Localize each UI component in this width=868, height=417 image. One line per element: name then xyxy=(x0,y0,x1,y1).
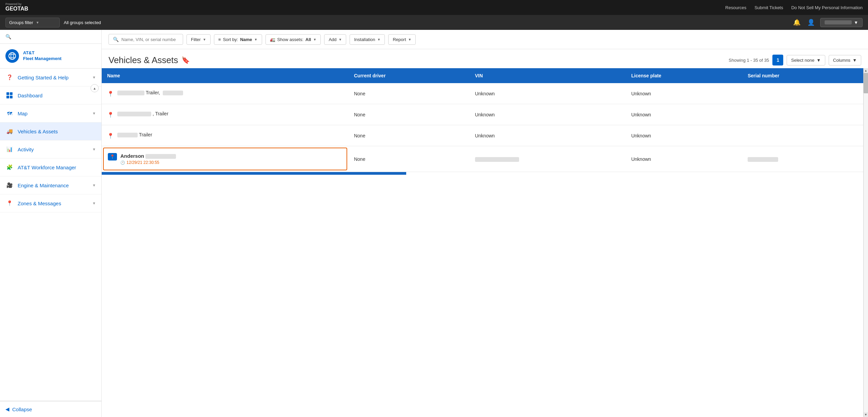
sidebar-item-label: Dashboard xyxy=(18,93,42,98)
user-profile-button[interactable]: 👤 xyxy=(806,17,816,27)
page-number-button[interactable]: 1 xyxy=(772,55,783,65)
scroll-thumb[interactable] xyxy=(864,73,868,93)
table-row[interactable]: 📍 Trailer None Unknown Unknown xyxy=(102,125,863,146)
table-row[interactable]: 📍 , Trailer None Unknown Unknown xyxy=(102,104,863,125)
sidebar-scroll-up[interactable]: ▲ xyxy=(91,84,99,92)
table-row[interactable]: 📍 Trailer, None Unknown xyxy=(102,83,863,104)
add-chevron: ▼ xyxy=(339,38,342,41)
notifications-button[interactable]: 🔔 xyxy=(792,17,802,27)
anderson-timestamp: 12/29/21 22:30:55 xyxy=(126,160,159,165)
sidebar-item-att-workforce[interactable]: 🧩 AT&T Workforce Manager xyxy=(0,158,101,176)
user-account-button[interactable]: ▼ xyxy=(820,18,863,27)
serial-cell xyxy=(742,83,863,104)
col-license: License plate xyxy=(626,68,742,83)
svg-rect-5 xyxy=(6,92,9,95)
workforce-icon: 🧩 xyxy=(5,163,14,171)
engine-icon: 🎥 xyxy=(5,181,14,189)
timestamp-icon: 🕐 xyxy=(120,160,125,165)
search-input[interactable] xyxy=(121,37,176,42)
driver-cell: None xyxy=(349,125,470,146)
submit-tickets-link[interactable]: Submit Tickets xyxy=(754,5,783,10)
svg-text:GEOTAB: GEOTAB xyxy=(5,6,28,12)
groups-filter-bar: Groups filter ▼ All groups selected 🔔 👤 … xyxy=(0,15,868,30)
chevron-down-icon: ▼ xyxy=(92,111,96,115)
search-box[interactable]: 🔍 xyxy=(108,34,183,45)
search-icon: 🔍 xyxy=(5,34,11,39)
search-icon: 🔍 xyxy=(113,37,119,42)
att-logo-icon xyxy=(5,49,19,63)
sidebar-logo: AT&T Fleet Management xyxy=(0,44,101,69)
sort-button[interactable]: ≡ Sort by: Name ▼ xyxy=(214,34,262,45)
sidebar-item-vehicles-assets[interactable]: 🚚 Vehicles & Assets xyxy=(0,122,101,140)
redacted-name xyxy=(117,112,151,116)
sidebar-item-label: Zones & Messages xyxy=(18,201,61,206)
att-icon-svg xyxy=(8,52,16,60)
vin-cell-anderson xyxy=(470,146,626,172)
collapse-button[interactable]: ◀ Collapse xyxy=(0,401,101,417)
table-body: 📍 Trailer, None Unknown xyxy=(102,83,863,172)
driver-cell: None xyxy=(349,104,470,125)
sidebar-item-getting-started[interactable]: ❓ Getting Started & Help ▼ xyxy=(0,69,101,87)
user-name-redacted xyxy=(825,20,852,24)
sidebar-item-label: Engine & Maintenance xyxy=(18,183,69,188)
do-not-sell-link[interactable]: Do Not Sell My Personal Information xyxy=(791,5,863,10)
show-assets-button[interactable]: 🚛 Show assets: All ▼ xyxy=(265,34,321,45)
sidebar-item-zones-messages[interactable]: 📍 Zones & Messages ▼ xyxy=(0,194,101,212)
chevron-down-icon: ▼ xyxy=(92,75,96,79)
sidebar-search-section: 🔍 xyxy=(0,30,101,44)
scroll-down-button[interactable]: ▼ xyxy=(864,412,868,417)
pin-icon: 📍 xyxy=(107,112,114,118)
show-assets-chevron: ▼ xyxy=(313,38,316,41)
resources-link[interactable]: Resources xyxy=(725,5,746,10)
collapse-icon: ◀ xyxy=(5,406,9,412)
location-blue-icon: 📍 xyxy=(108,153,117,160)
sidebar-collapse-section: ◀ Collapse xyxy=(0,401,101,417)
sidebar-item-label: Getting Started & Help xyxy=(18,75,68,80)
vehicle-name-cell: 📍 Trailer xyxy=(102,125,349,146)
sidebar-item-dashboard[interactable]: Dashboard xyxy=(0,87,101,105)
table-row-anderson[interactable]: 📍 Anderson 🕐 12/29/21 22:30:55 xyxy=(102,146,863,172)
license-cell: Unknown xyxy=(626,104,742,125)
scroll-up-button[interactable]: ▲ xyxy=(864,68,868,73)
sidebar-item-activity[interactable]: 📊 Activity ▼ xyxy=(0,140,101,158)
svg-rect-6 xyxy=(10,92,13,95)
toolbar: 🔍 Filter ▼ ≡ Sort by: Name ▼ 🚛 Show asse… xyxy=(102,30,868,49)
report-button[interactable]: Report ▼ xyxy=(388,34,416,45)
sidebar-search-inner: 🔍 xyxy=(5,34,96,39)
col-vin: VIN xyxy=(470,68,626,83)
sidebar-item-map[interactable]: 🗺 Map ▼ xyxy=(0,105,101,122)
col-serial: Serial number xyxy=(742,68,863,83)
installation-button[interactable]: Installation ▼ xyxy=(350,34,385,45)
anderson-highlight-box: 📍 Anderson 🕐 12/29/21 22:30:55 xyxy=(103,148,347,170)
add-label: Add xyxy=(329,37,336,42)
vertical-scrollbar[interactable]: ▲ ▼ xyxy=(863,68,868,417)
vehicle-name-cell: 📍 Trailer, xyxy=(102,83,349,104)
powered-by-text: Powered by GEOTAB xyxy=(5,2,39,13)
add-button[interactable]: Add ▼ xyxy=(324,34,346,45)
groups-selected-text: All groups selected xyxy=(64,20,101,25)
table-scroll[interactable]: Name Current driver VIN License plate Se… xyxy=(102,68,863,417)
select-none-label: Select none xyxy=(791,58,814,63)
vehicles-table: Name Current driver VIN License plate Se… xyxy=(102,68,863,172)
select-none-chevron: ▼ xyxy=(816,58,821,63)
bookmark-icon: 🔖 xyxy=(181,56,190,64)
license-cell: Unknown xyxy=(626,83,742,104)
top-right-actions: 🔔 👤 ▼ xyxy=(792,17,863,27)
sidebar-item-engine-maintenance[interactable]: 🎥 Engine & Maintenance ▼ xyxy=(0,176,101,194)
columns-button[interactable]: Columns ▼ xyxy=(829,55,861,65)
chevron-down-icon: ▼ xyxy=(92,201,96,205)
vin-cell: Unknown xyxy=(470,83,626,104)
sort-icon: ≡ xyxy=(218,37,221,42)
redacted-name xyxy=(117,133,138,137)
serial-cell xyxy=(742,104,863,125)
select-none-button[interactable]: Select none ▼ xyxy=(787,55,825,65)
groups-filter-button[interactable]: Groups filter ▼ xyxy=(5,18,60,27)
sort-value: Name xyxy=(240,37,252,42)
driver-cell-anderson: None xyxy=(349,146,470,172)
vehicle-name-suffix: , Trailer xyxy=(153,111,169,116)
installation-label: Installation xyxy=(354,37,375,42)
serial-cell-anderson xyxy=(742,146,863,172)
filter-button[interactable]: Filter ▼ xyxy=(186,34,211,45)
groups-filter-label: Groups filter xyxy=(9,20,33,25)
logo-section: Powered by GEOTAB xyxy=(5,2,39,13)
